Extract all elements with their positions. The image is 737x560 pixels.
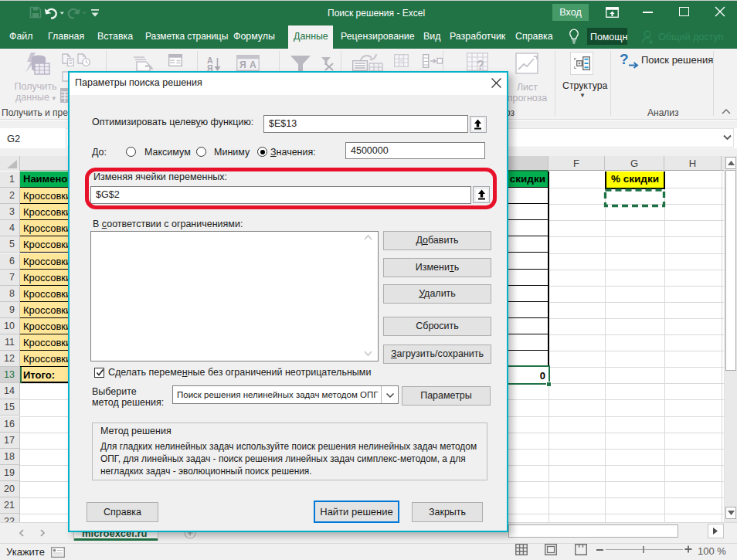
svg-text:Я: Я <box>239 59 246 70</box>
svg-text:?: ? <box>620 51 629 67</box>
svg-text:А: А <box>250 59 256 70</box>
svg-text:?: ? <box>477 59 484 71</box>
